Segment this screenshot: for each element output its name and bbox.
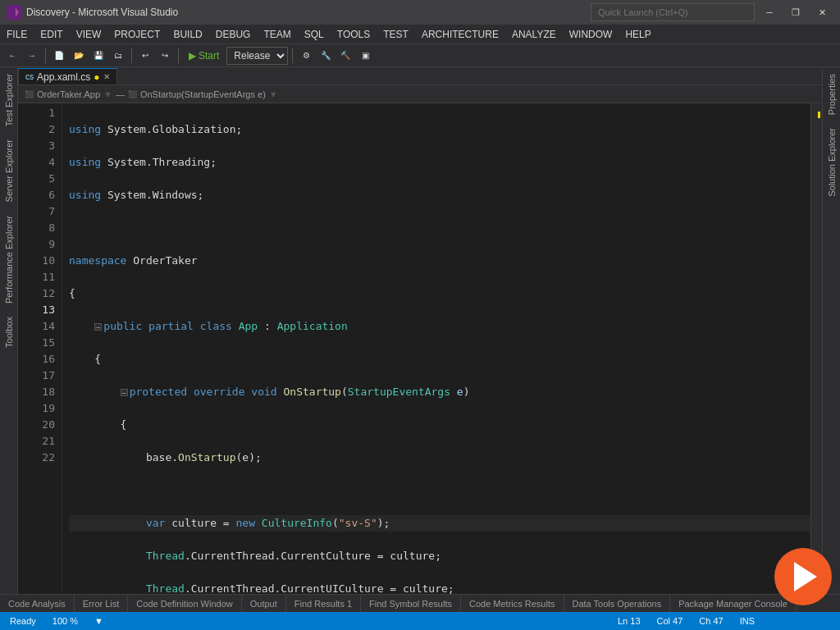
svg-marker-1: [16, 7, 19, 17]
menu-team[interactable]: TEAM: [257, 25, 297, 43]
toolbar-btn-8[interactable]: ▣: [356, 47, 374, 65]
ln-3: 3: [28, 138, 55, 154]
status-bar: Ready 100 % ▼ Ln 13 Col 47 Ch 47 INS: [0, 612, 840, 630]
status-zoom[interactable]: 100 %: [49, 616, 81, 626]
sidebar-item-toolbox[interactable]: Toolbox: [2, 310, 16, 354]
bottom-tab-code-definition[interactable]: Code Definition Window: [128, 595, 241, 612]
start-debugging-button[interactable]: ▶ Start: [183, 47, 225, 65]
right-side-panels: Properties Solution Explorer: [822, 67, 840, 594]
code-line-2: using System.Threading;: [69, 154, 810, 171]
ln-9: 9: [28, 236, 55, 253]
tab-close-button[interactable]: ✕: [103, 72, 110, 81]
right-scrollbar[interactable]: [810, 103, 822, 594]
svg-marker-0: [9, 7, 16, 17]
minimize-button[interactable]: ─: [758, 5, 781, 20]
bottom-tab-code-metrics[interactable]: Code Metrics Results: [461, 595, 564, 612]
menu-sql[interactable]: SQL: [298, 25, 331, 43]
code-line-12: [69, 482, 810, 499]
ln-19: 19: [28, 400, 55, 417]
tab-title: App.xaml.cs: [37, 71, 90, 83]
toolbar-btn-5[interactable]: ⚙: [297, 47, 315, 65]
ln-22: 22: [28, 450, 55, 466]
bottom-tab-data-tools[interactable]: Data Tools Operations: [564, 595, 671, 612]
toolbar-save-all-button[interactable]: 🗂: [109, 47, 127, 65]
status-ln: Ln 13: [614, 616, 644, 626]
ln-12: 12: [28, 285, 55, 302]
toolbar-save-button[interactable]: 💾: [89, 47, 107, 65]
sidebar-item-server-explorer[interactable]: Server Explorer: [2, 133, 16, 208]
menu-analyze[interactable]: ANALYZE: [505, 25, 563, 43]
code-line-1: using System.Globalization;: [69, 121, 810, 138]
bottom-tab-error-list[interactable]: Error List: [75, 595, 129, 612]
start-label: Start: [199, 50, 219, 62]
menu-edit[interactable]: EDIT: [34, 25, 69, 43]
code-line-14: Thread.CurrentThread.CurrentCulture = cu…: [69, 548, 810, 564]
ln-11: 11: [28, 269, 55, 285]
toolbar-sep-3: [178, 48, 179, 63]
code-method[interactable]: OnStartup(StartupEventArgs e): [140, 89, 266, 99]
menu-build[interactable]: BUILD: [167, 25, 208, 43]
sidebar-item-properties[interactable]: Properties: [825, 67, 838, 121]
toolbar-btn-6[interactable]: 🔧: [317, 47, 335, 65]
bottom-tab-output[interactable]: Output: [242, 595, 286, 612]
code-path-separator: ▼: [103, 89, 112, 99]
menu-project[interactable]: PROJECT: [107, 25, 167, 43]
app-title: Discovery - Microsoft Visual Studio: [26, 7, 178, 18]
toolbar-btn-7[interactable]: 🔨: [336, 47, 354, 65]
build-config-dropdown[interactable]: Release Debug: [226, 47, 288, 65]
code-editor[interactable]: 1 2 3 4 5 6 7 8 9 10 11 12 13 14 15 16 1…: [18, 103, 822, 594]
bottom-tab-code-analysis[interactable]: Code Analysis: [0, 595, 75, 612]
code-method-dropdown[interactable]: ▼: [269, 89, 278, 99]
bottom-tab-find-symbol[interactable]: Find Symbol Results: [361, 595, 461, 612]
close-button[interactable]: ✕: [810, 5, 833, 20]
toolbar-sep-2: [131, 48, 132, 63]
ln-20: 20: [28, 417, 55, 433]
menu-file[interactable]: FILE: [0, 25, 34, 43]
menu-debug[interactable]: DEBUG: [209, 25, 258, 43]
ln-16: 16: [28, 351, 55, 368]
ln-21: 21: [28, 433, 55, 450]
sidebar-item-solution-explorer[interactable]: Solution Explorer: [825, 121, 838, 203]
status-ins: INS: [737, 616, 758, 626]
toolbar-undo-button[interactable]: ↩: [136, 47, 154, 65]
ln-4: 4: [28, 154, 55, 171]
status-zoom-dropdown[interactable]: ▼: [91, 616, 107, 626]
tab-app-xaml-cs[interactable]: cs App.xaml.cs ● ✕: [18, 68, 117, 84]
main-layout: Test Explorer Server Explorer Performanc…: [0, 67, 840, 594]
code-line-10: {: [69, 417, 810, 433]
code-method-icon: ⬛: [128, 90, 137, 98]
code-line-6: {: [69, 285, 810, 302]
maximize-button[interactable]: ❐: [784, 5, 807, 20]
toolbar-new-project-button[interactable]: 📄: [50, 47, 68, 65]
sidebar-item-test-explorer[interactable]: Test Explorer: [2, 67, 16, 133]
menu-test[interactable]: TEST: [377, 25, 415, 43]
code-line-4: [69, 220, 810, 236]
menu-architecture[interactable]: ARCHITECTURE: [415, 25, 505, 43]
code-path-spacer: —: [116, 89, 125, 99]
title-bar: Discovery - Microsoft Visual Studio ─ ❐ …: [0, 0, 840, 25]
ln-6: 6: [28, 187, 55, 203]
toolbar: ← → 📄 📂 💾 🗂 ↩ ↪ ▶ Start Release Debug ⚙ …: [0, 44, 840, 67]
toolbar-sep-1: [45, 48, 46, 63]
menu-tools[interactable]: TOOLS: [331, 25, 377, 43]
ln-18: 18: [28, 384, 55, 400]
code-line-7: −public partial class App : Application: [69, 318, 810, 335]
toolbar-forward-button[interactable]: →: [23, 47, 41, 65]
menu-window[interactable]: WINDOW: [563, 25, 619, 43]
code-line-3: using System.Windows;: [69, 187, 810, 203]
sidebar-item-performance-explorer[interactable]: Performance Explorer: [2, 209, 16, 310]
line-numbers: 1 2 3 4 5 6 7 8 9 10 11 12 13 14 15 16 1…: [28, 103, 62, 594]
bottom-tab-find-results[interactable]: Find Results 1: [286, 595, 361, 612]
quick-launch-input[interactable]: [591, 3, 755, 21]
ln-10: 10: [28, 253, 55, 269]
toolbar-back-button[interactable]: ←: [3, 47, 21, 65]
pluralsight-logo: [774, 548, 832, 605]
menu-view[interactable]: VIEW: [70, 25, 108, 43]
toolbar-open-button[interactable]: 📂: [70, 47, 88, 65]
toolbar-redo-button[interactable]: ↪: [156, 47, 174, 65]
code-content[interactable]: using System.Globalization; using System…: [62, 103, 810, 594]
menu-help[interactable]: HELP: [619, 25, 657, 43]
code-line-15: Thread.CurrentThread.CurrentUICulture = …: [69, 581, 810, 594]
code-namespace[interactable]: OrderTaker.App: [37, 89, 100, 99]
code-line-11: base.OnStartup(e);: [69, 450, 810, 466]
